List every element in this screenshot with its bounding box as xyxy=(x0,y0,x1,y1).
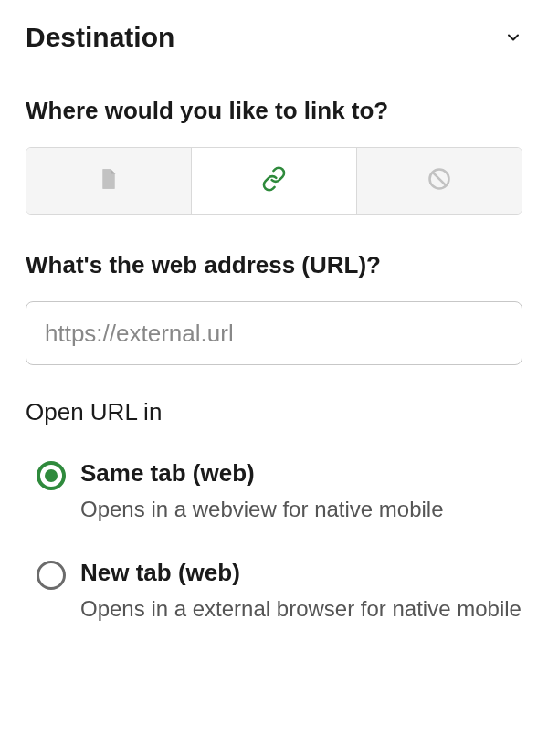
chevron-down-icon xyxy=(504,28,522,47)
radio-button-icon xyxy=(37,561,66,590)
page-icon xyxy=(97,167,121,194)
radio-title: Same tab (web) xyxy=(80,459,522,488)
radio-content: Same tab (web) Opens in a webview for na… xyxy=(80,459,522,526)
radio-button-icon xyxy=(37,461,66,490)
radio-same-tab[interactable]: Same tab (web) Opens in a webview for na… xyxy=(37,459,522,526)
radio-description: Opens in a external browser for native m… xyxy=(80,593,522,625)
open-url-radio-group: Same tab (web) Opens in a webview for na… xyxy=(26,459,522,625)
url-label: What's the web address (URL)? xyxy=(26,251,522,279)
radio-content: New tab (web) Opens in a external browse… xyxy=(80,559,522,625)
tab-link[interactable] xyxy=(192,148,357,214)
svg-line-1 xyxy=(433,173,447,186)
radio-title: New tab (web) xyxy=(80,559,522,587)
link-icon xyxy=(261,166,287,195)
url-input[interactable] xyxy=(26,301,522,365)
tab-page[interactable] xyxy=(26,148,192,214)
radio-description: Opens in a webview for native mobile xyxy=(80,493,522,526)
radio-new-tab[interactable]: New tab (web) Opens in a external browse… xyxy=(37,559,522,625)
open-url-label: Open URL in xyxy=(26,398,522,426)
tab-none[interactable] xyxy=(357,148,522,214)
link-destination-label: Where would you like to link to? xyxy=(26,97,522,125)
section-title: Destination xyxy=(26,22,174,53)
section-header[interactable]: Destination xyxy=(26,22,522,53)
none-icon xyxy=(427,166,452,195)
destination-type-tabs xyxy=(26,147,522,215)
